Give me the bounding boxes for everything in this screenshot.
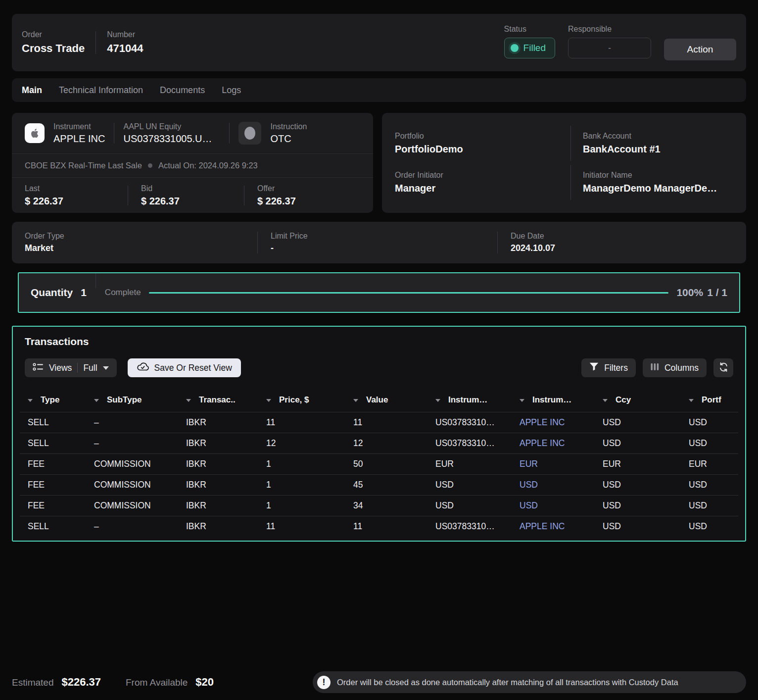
bank-account-label: Bank Account bbox=[583, 132, 741, 141]
cell-price: 12 bbox=[258, 433, 345, 454]
table-row[interactable]: SELL – IBKR 12 12 US03783310… APPLE INC … bbox=[20, 433, 738, 454]
column-header-type[interactable]: Type bbox=[20, 389, 86, 412]
views-dropdown[interactable]: Views Full bbox=[25, 358, 117, 377]
sort-caret-icon bbox=[186, 399, 191, 402]
offer-label: Offer bbox=[257, 184, 360, 193]
table-row[interactable]: FEE COMMISSION IBKR 1 45 USD USD USD USD bbox=[20, 475, 738, 496]
cell-portfolio: EUR bbox=[681, 454, 738, 475]
cell-transaction: IBKR bbox=[178, 412, 258, 433]
order-type-label: Order Type bbox=[25, 232, 257, 241]
cell-instrument-link[interactable]: USD bbox=[512, 496, 595, 516]
cell-instrument-link[interactable]: APPLE INC bbox=[512, 412, 595, 433]
tab-main[interactable]: Main bbox=[22, 85, 42, 96]
equity-label: AAPL UN Equity bbox=[123, 122, 220, 131]
cell-ccy: USD bbox=[595, 475, 681, 496]
divider bbox=[229, 123, 230, 144]
action-button[interactable]: Action bbox=[664, 39, 736, 60]
from-available-label: From Available bbox=[126, 677, 188, 688]
transactions-section: Transactions Views Full bbox=[12, 326, 746, 542]
save-or-reset-view-label: Save Or Reset View bbox=[154, 363, 232, 373]
cell-subtype: COMMISSION bbox=[86, 454, 178, 475]
transactions-table: Type SubType Transac.. Price, $ Value In… bbox=[20, 389, 738, 537]
table-row[interactable]: SELL – IBKR 11 11 US03783310… APPLE INC … bbox=[20, 412, 738, 433]
bid-value: $ 226.37 bbox=[141, 196, 244, 207]
instruction-label: Instruction bbox=[270, 122, 307, 131]
circle-glyph-icon bbox=[244, 127, 255, 140]
filters-button[interactable]: Filters bbox=[581, 358, 636, 377]
cell-instrument-id: EUR bbox=[427, 454, 512, 475]
cell-ccy: USD bbox=[595, 496, 681, 516]
table-row[interactable]: FEE COMMISSION IBKR 1 34 USD USD USD USD bbox=[20, 496, 738, 516]
quote-offer: Offer $ 226.37 bbox=[257, 184, 360, 207]
instruction-value: OTC bbox=[270, 133, 307, 145]
columns-icon bbox=[651, 363, 659, 373]
column-header-instrument-id[interactable]: Instrum… bbox=[427, 389, 512, 412]
cell-type: SELL bbox=[20, 433, 86, 454]
last-label: Last bbox=[25, 184, 128, 193]
last-value: $ 226.37 bbox=[25, 196, 128, 207]
cell-price: 11 bbox=[258, 412, 345, 433]
divider bbox=[95, 273, 96, 288]
column-header-transaction[interactable]: Transac.. bbox=[178, 389, 258, 412]
quantity-label: Quantity bbox=[31, 287, 73, 299]
tab-technical-information[interactable]: Technical Information bbox=[59, 85, 143, 96]
bank-account-field: Bank Account BankAccount #1 bbox=[570, 126, 746, 161]
save-or-reset-view-button[interactable]: Save Or Reset View bbox=[128, 358, 241, 377]
cell-transaction: IBKR bbox=[178, 475, 258, 496]
columns-button[interactable]: Columns bbox=[643, 358, 707, 377]
filter-funnel-icon bbox=[589, 362, 599, 373]
cell-instrument-link[interactable]: APPLE INC bbox=[512, 516, 595, 537]
cell-instrument-link[interactable]: EUR bbox=[512, 454, 595, 475]
portfolio-label: Portfolio bbox=[395, 132, 566, 141]
cell-value: 12 bbox=[345, 433, 427, 454]
order-label: Order bbox=[22, 30, 85, 39]
column-header-value[interactable]: Value bbox=[345, 389, 427, 412]
table-row[interactable]: FEE COMMISSION IBKR 1 50 EUR EUR EUR EUR bbox=[20, 454, 738, 475]
cell-subtype: – bbox=[86, 433, 178, 454]
cell-value: 45 bbox=[345, 475, 427, 496]
column-header-portfolio[interactable]: Portf bbox=[681, 389, 738, 412]
cell-price: 1 bbox=[258, 475, 345, 496]
responsible-input[interactable] bbox=[568, 38, 651, 58]
order-initiator-value: Manager bbox=[395, 183, 566, 194]
offer-value: $ 226.37 bbox=[257, 196, 360, 207]
cell-instrument-link[interactable]: USD bbox=[512, 475, 595, 496]
column-header-instrument-name[interactable]: Instrum… bbox=[512, 389, 595, 412]
due-date-label: Due Date bbox=[511, 232, 746, 241]
number-value: 471044 bbox=[107, 42, 143, 55]
table-row[interactable]: SELL – IBKR 11 11 US03783310… APPLE INC … bbox=[20, 516, 738, 537]
estimated-label: Estimated bbox=[12, 677, 53, 688]
divider bbox=[114, 123, 114, 144]
cell-portfolio: USD bbox=[681, 433, 738, 454]
order-header: Order Cross Trade Number 471044 Status F… bbox=[12, 14, 746, 71]
number-field: Number 471044 bbox=[107, 30, 143, 55]
chevron-down-icon bbox=[103, 366, 109, 370]
estimated-value: $226.37 bbox=[61, 676, 101, 689]
column-header-subtype[interactable]: SubType bbox=[86, 389, 178, 412]
actual-on: Actual On: 2024.09.26 9:23 bbox=[158, 161, 258, 170]
sort-caret-icon bbox=[435, 399, 440, 402]
cell-instrument-link[interactable]: APPLE INC bbox=[512, 433, 595, 454]
divider bbox=[128, 186, 128, 205]
quote-bid: Bid $ 226.37 bbox=[141, 184, 244, 207]
cell-instrument-id: US03783310… bbox=[427, 433, 512, 454]
progress-bar bbox=[149, 292, 669, 294]
transactions-title: Transactions bbox=[25, 336, 738, 348]
cell-ccy: USD bbox=[595, 412, 681, 433]
sort-caret-icon bbox=[689, 399, 694, 402]
cell-type: SELL bbox=[20, 516, 86, 537]
column-header-ccy[interactable]: Ccy bbox=[595, 389, 681, 412]
refresh-button[interactable] bbox=[713, 358, 733, 377]
cell-subtype: – bbox=[86, 412, 178, 433]
tab-logs[interactable]: Logs bbox=[222, 85, 241, 96]
cell-type: FEE bbox=[20, 475, 86, 496]
cell-instrument-id: US03783310… bbox=[427, 412, 512, 433]
tab-documents[interactable]: Documents bbox=[160, 85, 205, 96]
status-badge[interactable]: Filled bbox=[504, 38, 555, 58]
notice-banner: ! Order will be closed as done automatic… bbox=[313, 671, 746, 693]
from-available-value: $20 bbox=[195, 676, 214, 689]
cell-portfolio: USD bbox=[681, 496, 738, 516]
column-header-price[interactable]: Price, $ bbox=[258, 389, 345, 412]
limit-price-value: - bbox=[271, 243, 497, 253]
limit-price-field: Limit Price - bbox=[258, 232, 497, 253]
